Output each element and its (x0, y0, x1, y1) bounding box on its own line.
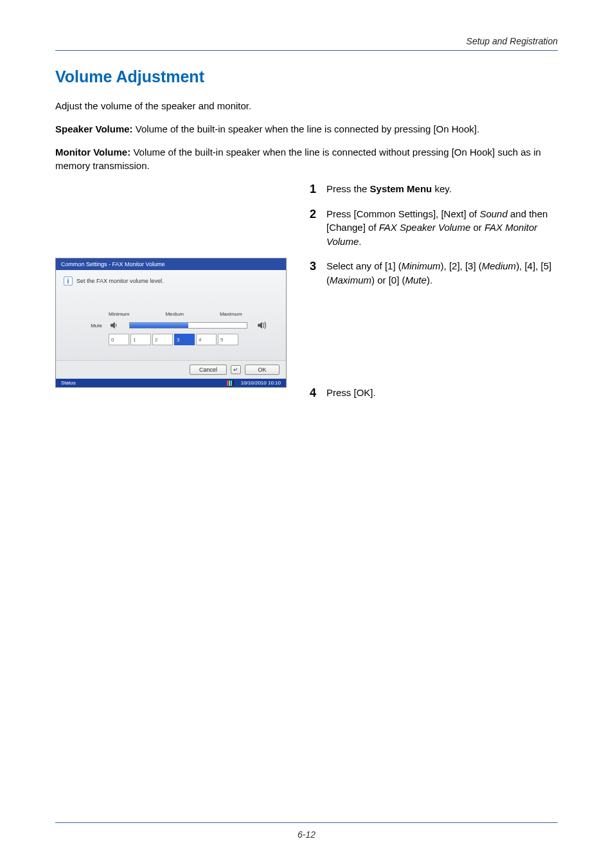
step-3-t5: ). (427, 275, 432, 285)
label-medium: Medium (165, 311, 183, 317)
monitor-volume-label: Monitor Volume: (55, 147, 130, 158)
step-2-t1: Press [Common Settings], [Next] of (326, 208, 479, 219)
info-icon: i (64, 276, 73, 285)
status-label[interactable]: Status (61, 380, 76, 386)
status-datetime: 10/10/2010 10:10 (241, 380, 281, 386)
speaker-volume-label: Speaker Volume: (55, 123, 133, 134)
monitor-volume-paragraph: Monitor Volume: Volume of the built-in s… (55, 145, 558, 174)
volume-fill (130, 323, 188, 328)
step-number-3: 3 (305, 259, 316, 274)
step-3-i1: Minimum (402, 260, 441, 271)
running-head: Setup and Registration (55, 36, 558, 46)
step-number-2: 2 (305, 207, 316, 222)
step-1-post: key. (432, 183, 452, 194)
step-3-text: Select any of [1] (Minimum), [2], [3] (M… (326, 259, 558, 287)
speaker-volume-paragraph: Speaker Volume: Volume of the built-in s… (55, 122, 558, 136)
step-2-t3: or (470, 222, 484, 233)
step-1-bold: System Menu (370, 183, 432, 194)
volume-level-3[interactable]: 3 (174, 334, 195, 345)
step-2-t4: . (359, 236, 361, 247)
speaker-low-icon (109, 320, 120, 331)
toner-icon (227, 381, 236, 386)
step-2-i1: Sound (479, 208, 507, 219)
step-3-i4: Mute (405, 275, 427, 285)
label-maximum: Maximum (220, 311, 242, 317)
device-screenshot: Common Settings - FAX Monitor Volume i S… (55, 258, 287, 388)
volume-level-5[interactable]: 5 (218, 334, 238, 345)
step-3-i2: Medium (482, 260, 516, 271)
step-2-text: Press [Common Settings], [Next] of Sound… (326, 207, 558, 249)
header-rule (55, 50, 558, 51)
speaker-high-icon (256, 320, 268, 331)
step-3-i3: Maximum (330, 275, 371, 285)
volume-level-0[interactable]: 0 (109, 334, 129, 345)
intro-paragraph: Adjust the volume of the speaker and mon… (55, 99, 558, 113)
step-number-4: 4 (305, 386, 316, 401)
step-1-text: Press the System Menu key. (326, 182, 452, 196)
enter-button[interactable]: ↵ (231, 365, 241, 374)
ok-button[interactable]: OK (245, 365, 280, 375)
section-title: Volume Adjustment (55, 68, 558, 86)
cancel-button[interactable]: Cancel (190, 365, 227, 375)
label-mute: Mute (80, 323, 102, 329)
step-3-t4: ) or [0] ( (371, 275, 405, 285)
volume-level-4[interactable]: 4 (196, 334, 217, 345)
volume-level-2[interactable]: 2 (152, 334, 173, 345)
footer-rule (55, 822, 558, 823)
step-1-pre: Press the (326, 183, 370, 194)
volume-slider[interactable] (129, 322, 247, 329)
speaker-volume-text: Volume of the built-in speaker when the … (133, 123, 479, 134)
label-minimum: Minimum (109, 311, 129, 317)
step-3-t1: Select any of [1] ( (326, 260, 402, 271)
page-number: 6-12 (55, 829, 558, 840)
step-3-t2: ), [2], [3] ( (441, 260, 482, 271)
info-text: Set the FAX monitor volume level. (76, 278, 164, 284)
step-2-i2: FAX Speaker Volume (379, 222, 471, 233)
step-4-text: Press [OK]. (326, 386, 376, 400)
volume-level-1[interactable]: 1 (130, 334, 151, 345)
screenshot-titlebar: Common Settings - FAX Monitor Volume (56, 258, 286, 270)
step-number-1: 1 (305, 182, 316, 197)
